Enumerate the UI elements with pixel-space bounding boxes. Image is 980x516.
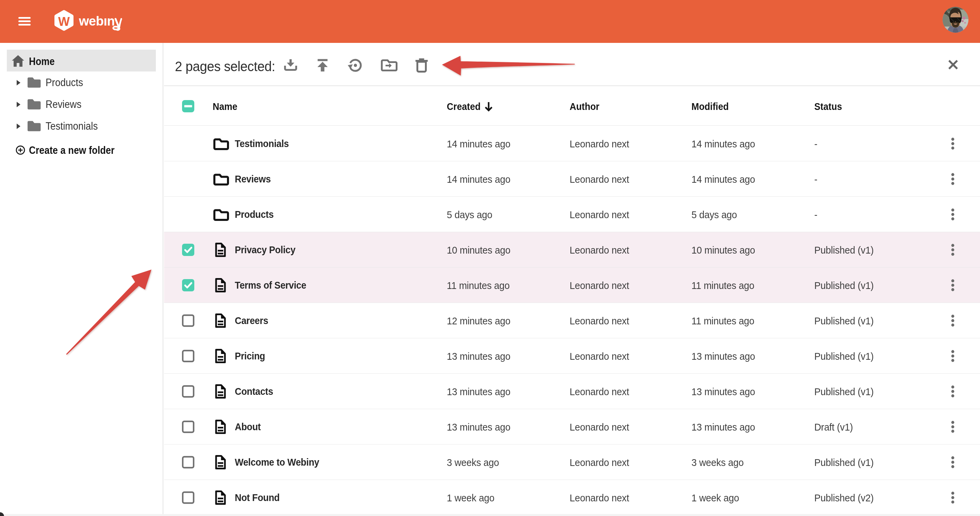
svg-text:webın: webın [79,14,115,28]
svg-text:W: W [58,14,70,29]
